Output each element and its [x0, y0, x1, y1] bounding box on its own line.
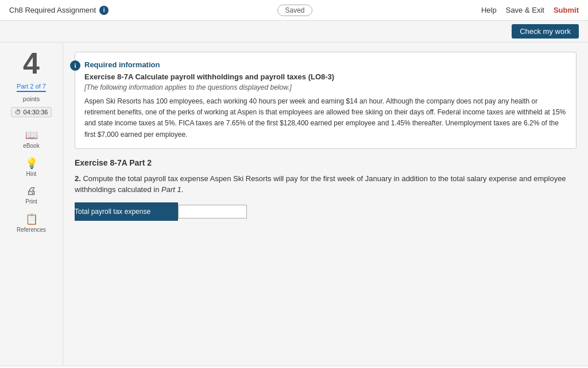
submit-button[interactable]: Submit [554, 6, 579, 14]
question-text: 2. Compute the total payroll tax expense… [75, 173, 577, 195]
exercise-part-title: Exercise 8-7A Part 2 [75, 158, 577, 167]
header-left: Ch8 Required Assignment i [9, 6, 109, 15]
hint-tool[interactable]: 💡 Hint [9, 154, 55, 181]
question-number: 4 [23, 48, 40, 78]
assignment-title: Ch8 Required Assignment [9, 6, 96, 14]
hint-icon: 💡 [25, 157, 38, 170]
info-box: i Required information Exercise 8-7A Cal… [75, 52, 577, 149]
header-right: Help Save & Exit Submit [481, 6, 579, 14]
check-work-bar: Check my work [0, 21, 588, 43]
info-icon[interactable]: i [99, 6, 109, 15]
footer: McGrawHill ‹ Prev 4 of 4 ⊞ Next › [0, 366, 588, 368]
save-exit-button[interactable]: Save & Exit [506, 6, 544, 14]
print-icon: 🖨 [26, 185, 37, 197]
header-center: Saved [277, 5, 312, 16]
header: Ch8 Required Assignment i Saved Help Sav… [0, 0, 588, 21]
answer-table: Total payroll tax expense [75, 202, 247, 221]
sidebar: 4 Part 2 of 7 points ⏱ 04:30:36 📖 eBook … [0, 43, 63, 366]
ebook-tool[interactable]: 📖 eBook [9, 125, 55, 152]
timer-value: 04:30:36 [24, 109, 48, 116]
references-icon: 📋 [25, 213, 38, 225]
timer: ⏱ 04:30:36 [11, 107, 52, 117]
main-layout: 4 Part 2 of 7 points ⏱ 04:30:36 📖 eBook … [0, 43, 588, 366]
content-area: i Required information Exercise 8-7A Cal… [63, 43, 588, 366]
question-body-text: Compute the total payroll tax expense As… [75, 174, 566, 194]
question-number-inline: 2. [75, 174, 81, 183]
help-button[interactable]: Help [481, 6, 497, 14]
answer-label: Total payroll tax expense [75, 202, 178, 221]
points-label: points [23, 95, 40, 102]
exercise-body: Aspen Ski Resorts has 100 employees, eac… [84, 96, 567, 140]
hint-label: Hint [26, 171, 37, 177]
exercise-subtitle: [The following information applies to th… [84, 83, 567, 91]
required-information-label: Required information [84, 60, 567, 69]
exercise-title: Exercise 8-7A Calculate payroll withhold… [84, 72, 567, 81]
info-box-indicator: i [70, 60, 80, 71]
exercise-part-section: Exercise 8-7A Part 2 2. Compute the tota… [75, 158, 577, 221]
print-tool[interactable]: 🖨 Print [9, 182, 55, 208]
answer-row: Total payroll tax expense [75, 202, 247, 221]
print-label: Print [25, 198, 37, 205]
timer-icon: ⏱ [15, 109, 21, 116]
total-payroll-tax-input[interactable] [178, 205, 247, 218]
references-label: References [17, 227, 46, 233]
check-my-work-button[interactable]: Check my work [512, 24, 579, 39]
ebook-icon: 📖 [25, 129, 38, 141]
question-end: . [181, 185, 184, 194]
part-label: Part 2 of 7 [17, 83, 46, 92]
part-reference: Part 1 [161, 185, 181, 194]
ebook-label: eBook [23, 143, 39, 149]
references-tool[interactable]: 📋 References [9, 209, 55, 236]
sidebar-tools: 📖 eBook 💡 Hint 🖨 Print 📋 References [0, 125, 63, 236]
saved-badge: Saved [277, 5, 312, 16]
answer-input-cell [178, 202, 247, 221]
